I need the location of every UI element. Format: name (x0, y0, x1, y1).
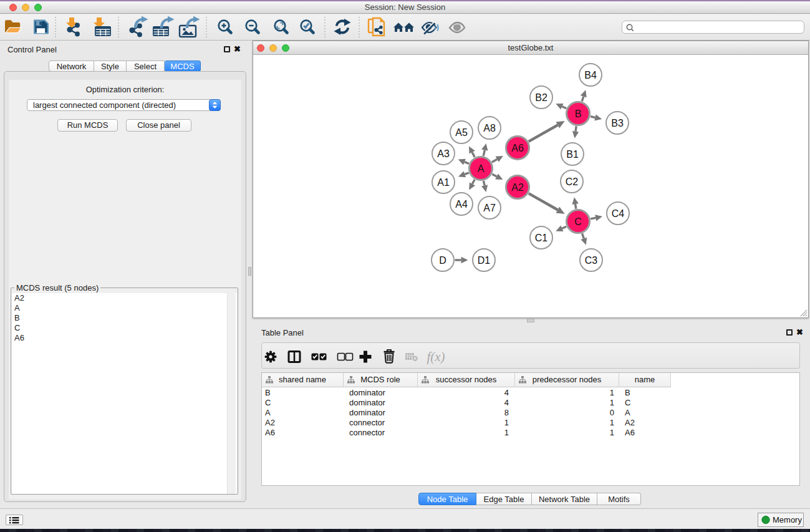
svg-text:A5: A5 (455, 127, 468, 138)
svg-text:A7: A7 (483, 203, 496, 213)
svg-text:B3: B3 (611, 118, 624, 128)
svg-text:B: B (575, 109, 582, 119)
svg-text:A4: A4 (455, 199, 468, 210)
svg-text:A8: A8 (483, 123, 496, 133)
svg-text:f(x): f(x) (427, 349, 445, 364)
svg-text:C: C (574, 216, 582, 227)
svg-text:Memory: Memory (773, 515, 802, 525)
svg-text:C4: C4 (612, 208, 625, 219)
svg-text:B4: B4 (584, 70, 597, 80)
svg-text:C3: C3 (585, 255, 598, 266)
svg-text:A: A (478, 163, 485, 174)
svg-text:D1: D1 (478, 255, 491, 266)
svg-text:B1: B1 (566, 149, 579, 160)
svg-text:C2: C2 (566, 177, 579, 187)
svg-text:A2: A2 (511, 182, 524, 193)
svg-text:A1: A1 (437, 177, 450, 188)
svg-text:D: D (439, 255, 446, 266)
svg-text:A6: A6 (511, 143, 524, 153)
svg-text:A3: A3 (437, 148, 450, 159)
svg-text:B2: B2 (535, 92, 547, 103)
svg-text:C1: C1 (535, 233, 548, 243)
